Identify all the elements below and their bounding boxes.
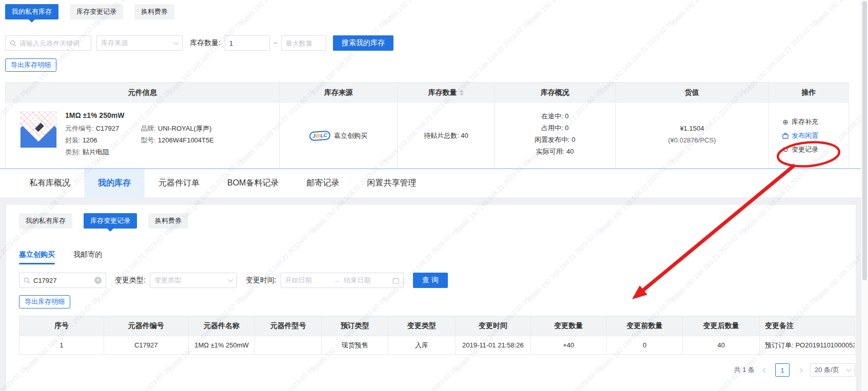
- search-my-inventory-button[interactable]: 搜索我的库存: [333, 35, 393, 51]
- range-separator: ~: [273, 39, 278, 47]
- publish-idle-link[interactable]: 发布闲置: [782, 131, 849, 140]
- tab-material-coupons[interactable]: 换料费券: [134, 4, 174, 19]
- inventory-table-row: 1MΩ ±1% 250mW 元件编号:C17927 封装:1206 类别:贴片电…: [6, 103, 849, 168]
- change-records-link[interactable]: ↻变更记录: [782, 145, 849, 154]
- sort-icons[interactable]: [460, 90, 464, 96]
- qty-label: 库存数量:: [190, 38, 221, 48]
- export-inventory-button-2[interactable]: 导出库存明细: [19, 295, 70, 308]
- col-stock-qty-label: 库存数量: [428, 88, 457, 97]
- component-model: 1206W4F1004T5E: [158, 136, 214, 144]
- value-cell: ¥1.1504 (¥0.02876/PCS): [616, 103, 770, 168]
- change-record-row: 1 C17927 1MΩ ±1% 250mW 现货预售 入库 2019-11-0…: [19, 336, 855, 354]
- date-range-picker[interactable]: 开始日期 → 结束日期: [281, 273, 404, 288]
- row-component-model: [255, 336, 322, 354]
- inventory-tab-bar: 我的私有库存 库存变更记录 换料费券: [5, 4, 174, 19]
- row-component-code: C17927: [104, 336, 189, 354]
- clear-icon[interactable]: ✕: [94, 277, 102, 284]
- scrollbar-thumb[interactable]: [862, 1, 867, 280]
- unit-price: (¥0.02876/PCS): [668, 134, 716, 146]
- col-component-model: 元器件型号: [255, 316, 322, 336]
- chevron-down-icon: [228, 277, 233, 282]
- calendar-icon: [392, 277, 399, 284]
- restock-link[interactable]: ⊕库存补充: [782, 117, 849, 127]
- inventory-table-header: 元件信息 库存来源 库存数量 库存概况 货值 操作: [6, 83, 849, 103]
- tab-my-private-inventory[interactable]: 我的私有库存: [5, 4, 58, 19]
- component-brand: UNI-ROYAL(厚声): [158, 125, 211, 132]
- change-records-filter-bar: ✕ 变更类型: 变更类型 变更时间: 开始日期 → 结束日期: [19, 273, 849, 288]
- attr-label: 封装:: [65, 136, 81, 144]
- change-type-select[interactable]: 变更类型: [150, 273, 237, 288]
- col-component-info: 元件信息: [6, 83, 280, 103]
- change-records-table: 序号 元器件编号 元器件名称 元器件型号 预订类型 变更类型 变更时间 变更数量…: [19, 316, 855, 355]
- briefcase-icon: [782, 133, 788, 139]
- current-page[interactable]: 1: [775, 363, 790, 377]
- nav-private-library-overview[interactable]: 私有库概况: [15, 169, 84, 197]
- date-end-placeholder: 结束日期: [344, 276, 388, 285]
- nav-idle-sharing[interactable]: 闲置共享管理: [353, 169, 430, 197]
- subtab-my-mailed[interactable]: 我邮寄的: [73, 250, 102, 264]
- attr-label: 元件编号:: [65, 125, 94, 132]
- jlc-logo-icon: J@LC: [309, 131, 331, 141]
- idle-published: 闲置发布中: 0: [535, 134, 575, 146]
- circle-plus-icon: ⊕: [782, 118, 788, 126]
- inventory-filter-bar: 库存来源 库存数量: ~ 搜索我的库存: [5, 35, 393, 51]
- component-thumbnail[interactable]: [20, 111, 57, 148]
- component-details: 1MΩ ±1% 250mW 元件编号:C17927 封装:1206 类别:贴片电…: [65, 111, 214, 168]
- component-category: 贴片电阻: [83, 148, 109, 156]
- keyword-search-input[interactable]: [19, 39, 87, 47]
- change-type-placeholder: 变更类型: [154, 276, 181, 285]
- stock-qty-cell: 待贴片总数: 40: [398, 103, 495, 168]
- row-change-time: 2019-11-01 21:58:26: [456, 336, 531, 354]
- subtab-jlc-purchase[interactable]: 嘉立创购买: [19, 250, 55, 264]
- attr-label: 型号:: [141, 136, 156, 144]
- stock-overview-cell: 在途中: 0 占用中: 0 闲置发布中: 0 实际可用: 40: [495, 103, 616, 168]
- qty-min-input-wrap[interactable]: [225, 35, 270, 51]
- change-type-label: 变更类型:: [115, 276, 146, 285]
- arrow-right-icon: →: [333, 277, 340, 284]
- tab2-my-private-inventory[interactable]: 我的私有库存: [19, 213, 72, 229]
- export-inventory-button[interactable]: 导出库存明细: [5, 58, 56, 72]
- row-qty-after: 40: [683, 336, 760, 354]
- qty-max-input[interactable]: [286, 39, 322, 47]
- qty-min-input[interactable]: [229, 39, 265, 47]
- actions-cell: ⊕库存补充 发布闲置 ↻变更记录: [769, 103, 849, 168]
- col-value: 货值: [616, 83, 770, 103]
- stock-source-select[interactable]: 库存来源: [96, 35, 183, 51]
- scrollbar-track[interactable]: [861, 0, 868, 391]
- row-component-name: 1MΩ ±1% 250mW: [189, 336, 255, 354]
- component-name: 1MΩ ±1% 250mW: [65, 111, 214, 119]
- in-transit: 在途中: 0: [541, 110, 568, 122]
- tab-inventory-change-records[interactable]: 库存变更记录: [70, 4, 123, 19]
- change-records-header: 序号 元器件编号 元器件名称 元器件型号 预订类型 变更类型 变更时间 变更数量…: [19, 316, 855, 336]
- actually-available: 实际可用: 40: [536, 146, 574, 157]
- row-index: 1: [19, 336, 104, 354]
- query-button[interactable]: 查 询: [413, 273, 448, 288]
- col-component-code: 元器件编号: [104, 316, 189, 336]
- search-icon: [10, 40, 16, 47]
- inventory-tab-bar-2: 我的私有库存 库存变更记录 换料费券: [19, 213, 849, 229]
- col-stock-qty[interactable]: 库存数量: [398, 83, 495, 103]
- source-subtabs: 嘉立创购买 我邮寄的: [19, 250, 849, 264]
- code-search-input[interactable]: [33, 277, 91, 284]
- history-icon: ↻: [782, 146, 788, 153]
- next-page-icon[interactable]: [795, 363, 805, 377]
- chevron-down-icon: [174, 39, 179, 45]
- main-nav: 私有库概况 我的库存 元器件订单 BOM备料记录 邮寄记录 闲置共享管理: [0, 168, 868, 197]
- page-size-select[interactable]: 20 条/页: [810, 363, 855, 377]
- col-change-type: 变更类型: [388, 316, 456, 336]
- keyword-search-input-wrap[interactable]: [5, 35, 91, 51]
- nav-mailing-records[interactable]: 邮寄记录: [292, 169, 353, 197]
- tab2-material-coupons[interactable]: 换料费券: [148, 213, 188, 229]
- nav-component-orders[interactable]: 元器件订单: [145, 169, 213, 197]
- tab2-inventory-change-records[interactable]: 库存变更记录: [84, 213, 137, 229]
- qty-max-input-wrap[interactable]: [281, 35, 326, 51]
- code-search-input-wrap[interactable]: ✕: [19, 273, 106, 288]
- nav-my-inventory[interactable]: 我的库存: [84, 169, 145, 197]
- nav-bom-records[interactable]: BOM备料记录: [213, 169, 292, 197]
- row-change-qty: +40: [531, 336, 607, 354]
- attr-label: 类别:: [65, 148, 81, 156]
- col-component-name: 元器件名称: [189, 316, 255, 336]
- col-change-qty: 变更数量: [531, 316, 607, 336]
- prev-page-icon[interactable]: [760, 363, 770, 377]
- occupied: 占用中: 0: [541, 122, 568, 134]
